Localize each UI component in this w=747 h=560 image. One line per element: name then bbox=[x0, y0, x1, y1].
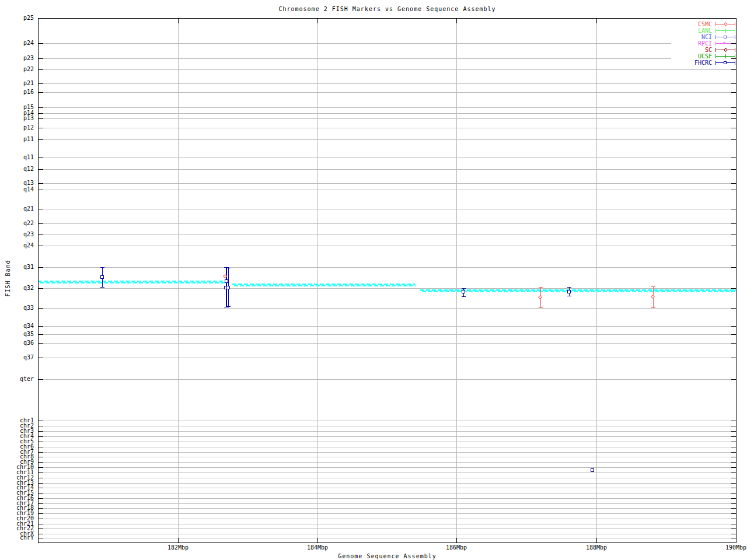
y-tick-right bbox=[731, 267, 736, 268]
band-gridline bbox=[38, 431, 736, 432]
band-gridline bbox=[38, 421, 736, 421]
y-tick-right bbox=[731, 128, 736, 128]
band-gridline bbox=[38, 246, 736, 246]
x-tick-top bbox=[736, 18, 736, 23]
legend-label: NCI bbox=[701, 34, 712, 40]
legend-entry-csmc: CSMC bbox=[671, 21, 736, 27]
band-gridline bbox=[38, 513, 736, 514]
y-tick-left bbox=[38, 113, 43, 114]
band-label: q35 bbox=[0, 331, 34, 337]
band-gridline bbox=[38, 223, 736, 224]
y-tick-right bbox=[731, 508, 736, 509]
legend-entry-rpci: RPCI× bbox=[671, 40, 736, 47]
x-gridline bbox=[456, 18, 457, 543]
x-tick-bottom bbox=[178, 538, 179, 543]
y-tick-right bbox=[731, 118, 736, 119]
assembly-track-segment bbox=[38, 281, 228, 284]
y-tick-left bbox=[38, 534, 43, 534]
band-gridline bbox=[38, 358, 736, 358]
band-label: q21 bbox=[0, 206, 34, 212]
y-tick-left bbox=[38, 190, 43, 190]
y-tick-right bbox=[731, 462, 736, 463]
y-tick-right bbox=[731, 447, 736, 447]
y-tick-right bbox=[731, 288, 736, 289]
band-gridline bbox=[38, 158, 736, 158]
y-tick-left bbox=[38, 488, 43, 488]
y-tick-right bbox=[731, 528, 736, 529]
y-tick-right bbox=[731, 343, 736, 344]
y-tick-right bbox=[731, 92, 736, 93]
y-tick-right bbox=[731, 519, 736, 519]
legend-label: RPCI bbox=[698, 41, 712, 47]
x-tick-bottom bbox=[317, 538, 318, 543]
data-point-fhcrc bbox=[225, 279, 228, 283]
y-tick-right bbox=[731, 223, 736, 224]
y-tick-right bbox=[731, 139, 736, 140]
y-tick-left bbox=[38, 503, 43, 504]
x-tick-label: 186Mbp bbox=[435, 545, 477, 551]
y-tick-left bbox=[38, 343, 43, 344]
y-tick-right bbox=[731, 442, 736, 442]
band-gridline bbox=[38, 92, 736, 93]
y-tick-right bbox=[731, 235, 736, 235]
y-tick-left bbox=[38, 107, 43, 108]
legend-sample-square-icon bbox=[715, 60, 735, 65]
y-tick-right bbox=[731, 169, 736, 170]
band-gridline bbox=[38, 107, 736, 108]
y-tick-right bbox=[731, 113, 736, 114]
band-gridline bbox=[38, 436, 736, 437]
legend: CSMCLANLNCIRPCI×SCUCSFFHCRC bbox=[671, 21, 736, 66]
band-gridline bbox=[38, 447, 736, 447]
band-gridline bbox=[38, 528, 736, 529]
plot-area: p25p24p23p22p21p16p15p14p13p12p11q11q12q… bbox=[0, 0, 747, 560]
band-label: q22 bbox=[0, 220, 34, 226]
band-gridline bbox=[38, 493, 736, 494]
y-tick-left bbox=[38, 246, 43, 246]
band-gridline bbox=[38, 452, 736, 453]
y-tick-left bbox=[38, 528, 43, 529]
data-point-fhcrc bbox=[226, 286, 230, 289]
band-label: q31 bbox=[0, 264, 34, 270]
x-tick-label: 188Mbp bbox=[575, 545, 617, 551]
legend-label: SC bbox=[705, 47, 712, 53]
x-gridline bbox=[596, 18, 597, 543]
y-tick-left bbox=[38, 326, 43, 327]
y-tick-left bbox=[38, 457, 43, 457]
y-tick-left bbox=[38, 69, 43, 70]
assembly-track-segment bbox=[420, 289, 736, 292]
y-tick-left bbox=[38, 358, 43, 358]
band-label: p24 bbox=[0, 40, 34, 46]
y-tick-right bbox=[731, 426, 736, 426]
y-tick-left bbox=[38, 421, 43, 421]
band-label: p12 bbox=[0, 125, 34, 131]
y-tick-right bbox=[731, 379, 736, 380]
y-tick-left bbox=[38, 467, 43, 468]
y-tick-left bbox=[38, 209, 43, 209]
legend-sample-diamond-icon bbox=[715, 47, 735, 52]
band-label: p11 bbox=[0, 136, 34, 142]
band-gridline bbox=[38, 139, 736, 140]
y-tick-right bbox=[731, 483, 736, 484]
band-gridline bbox=[38, 478, 736, 478]
y-tick-right bbox=[731, 524, 736, 524]
y-tick-left bbox=[38, 267, 43, 268]
band-gridline bbox=[38, 508, 736, 509]
y-tick-left bbox=[38, 431, 43, 432]
y-tick-left bbox=[38, 183, 43, 184]
band-gridline bbox=[38, 308, 736, 309]
band-gridline bbox=[38, 498, 736, 499]
y-tick-left bbox=[38, 92, 43, 93]
y-tick-right bbox=[731, 83, 736, 84]
y-tick-right bbox=[731, 190, 736, 190]
band-gridline bbox=[38, 503, 736, 504]
band-gridline bbox=[38, 58, 736, 59]
assembly-track-segment bbox=[232, 284, 416, 286]
band-gridline bbox=[38, 473, 736, 473]
band-label: q14 bbox=[0, 187, 34, 192]
band-label: q11 bbox=[0, 155, 34, 160]
band-label: q12 bbox=[0, 166, 34, 172]
y-tick-left bbox=[38, 452, 43, 453]
band-gridline bbox=[38, 183, 736, 184]
y-tick-right bbox=[731, 107, 736, 108]
y-tick-right bbox=[731, 334, 736, 335]
